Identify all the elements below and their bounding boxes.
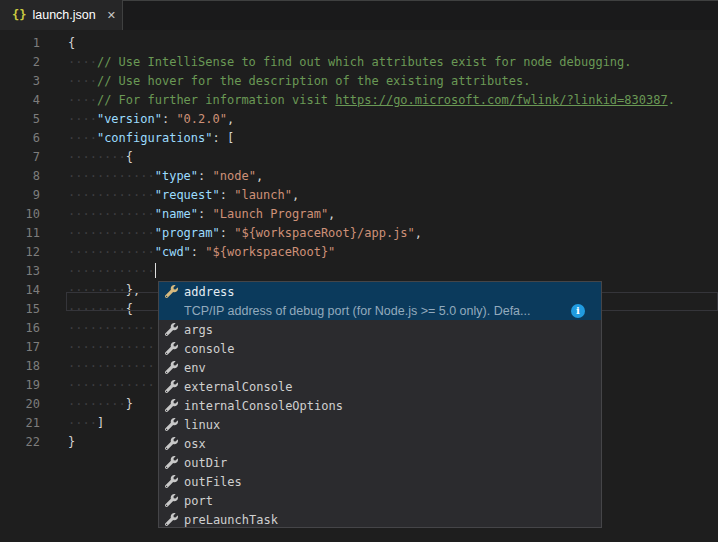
code-line[interactable]: 11············"program": "${workspaceRoo…	[0, 224, 718, 243]
suggest-list: addressTCP/IP address of debug port (for…	[159, 282, 601, 528]
code-line-content[interactable]: ············"request": "launch",	[40, 186, 718, 205]
code-line-content[interactable]: ············"program": "${workspaceRoot}…	[40, 224, 718, 243]
code-token: :	[162, 112, 176, 126]
suggest-row-externalConsole[interactable]: externalConsole	[159, 377, 601, 396]
suggest-row-args[interactable]: args	[159, 320, 601, 339]
line-number[interactable]: 20	[0, 395, 40, 414]
suggest-row-preLaunchTask[interactable]: preLaunchTask	[159, 510, 601, 528]
code-line[interactable]: 5····"version": "0.2.0",	[0, 110, 718, 129]
code-token: ············	[68, 169, 155, 183]
suggest-row-outFiles[interactable]: outFiles	[159, 472, 601, 491]
tab-title: launch.json	[32, 8, 95, 22]
code-line[interactable]: 6····"configurations": [	[0, 129, 718, 148]
code-line-content[interactable]: ····// Use hover for the description of …	[40, 72, 718, 91]
code-line[interactable]: 1{	[0, 34, 718, 53]
line-number[interactable]: 13	[0, 262, 40, 281]
suggest-row-internalConsoleOptions[interactable]: internalConsoleOptions	[159, 396, 601, 415]
line-number[interactable]: 6	[0, 129, 40, 148]
line-number[interactable]: 12	[0, 243, 40, 262]
code-line-content[interactable]: ············"type": "node",	[40, 167, 718, 186]
tab-launch-json[interactable]: {} launch.json ✕	[0, 0, 122, 30]
code-line[interactable]: 13············	[0, 262, 718, 281]
property-wrench-icon	[163, 398, 179, 414]
line-number[interactable]: 11	[0, 224, 40, 243]
line-number[interactable]: 17	[0, 338, 40, 357]
property-wrench-icon	[165, 418, 178, 431]
info-icon[interactable]: i	[571, 304, 585, 318]
code-token: ········	[68, 302, 126, 316]
code-line[interactable]: 9············"request": "launch",	[0, 186, 718, 205]
suggest-row-console[interactable]: console	[159, 339, 601, 358]
line-number[interactable]: 3	[0, 72, 40, 91]
line-number[interactable]: 21	[0, 414, 40, 433]
line-number[interactable]: 8	[0, 167, 40, 186]
code-token: "node"	[213, 169, 256, 183]
hyperlink[interactable]: https://go.microsoft.com/fwlink/?linkid=…	[335, 93, 667, 107]
code-line-content[interactable]: ····"version": "0.2.0",	[40, 110, 718, 129]
code-line[interactable]: 3····// Use hover for the description of…	[0, 72, 718, 91]
suggest-row-address[interactable]: address	[159, 282, 601, 301]
code-token: ········	[68, 397, 126, 411]
code-line-content[interactable]: ········{	[40, 148, 718, 167]
code-token: :	[191, 245, 205, 259]
code-token: :	[220, 226, 234, 240]
code-token: "version"	[97, 112, 162, 126]
property-wrench-icon	[165, 456, 178, 469]
property-wrench-icon	[165, 323, 178, 336]
code-line-content[interactable]: ············"cwd": "${workspaceRoot}"	[40, 243, 718, 262]
line-number[interactable]: 22	[0, 433, 40, 452]
json-braces-icon: {}	[12, 8, 26, 22]
line-number[interactable]: 7	[0, 148, 40, 167]
suggest-item: internalConsoleOptions	[159, 396, 601, 415]
line-number[interactable]: 15	[0, 300, 40, 319]
suggest-item: externalConsole	[159, 377, 601, 396]
code-line-content[interactable]: ····// Use IntelliSense to find out whic…	[40, 53, 718, 72]
line-number[interactable]: 5	[0, 110, 40, 129]
code-token: {	[126, 302, 133, 316]
code-line[interactable]: 8············"type": "node",	[0, 167, 718, 186]
line-number[interactable]: 10	[0, 205, 40, 224]
code-line[interactable]: 12············"cwd": "${workspaceRoot}"	[0, 243, 718, 262]
close-icon[interactable]: ✕	[105, 8, 118, 23]
suggest-row-port[interactable]: port	[159, 491, 601, 510]
suggest-item: osx	[159, 434, 601, 453]
code-token: ····	[68, 55, 97, 69]
line-number[interactable]: 1	[0, 34, 40, 53]
code-token: }	[126, 397, 133, 411]
line-number[interactable]: 19	[0, 376, 40, 395]
suggest-label: outFiles	[184, 475, 242, 489]
suggest-row-osx[interactable]: osx	[159, 434, 601, 453]
suggest-row-env[interactable]: env	[159, 358, 601, 377]
code-line[interactable]: 10············"name": "Launch Program",	[0, 205, 718, 224]
code-token: // For further information visit	[97, 93, 335, 107]
line-number[interactable]: 18	[0, 357, 40, 376]
empty-tab-strip	[122, 0, 718, 30]
line-number[interactable]: 16	[0, 319, 40, 338]
suggest-row-outDir[interactable]: outDir	[159, 453, 601, 472]
suggest-description: TCP/IP address of debug port (for Node.j…	[184, 304, 530, 318]
property-wrench-icon	[163, 360, 179, 376]
property-wrench-icon	[163, 474, 179, 490]
code-line-content[interactable]: ············"name": "Launch Program",	[40, 205, 718, 224]
property-wrench-icon	[165, 513, 178, 526]
property-wrench-icon	[163, 436, 179, 452]
line-number[interactable]: 4	[0, 91, 40, 110]
code-line-content[interactable]: {	[40, 34, 718, 53]
line-number[interactable]: 9	[0, 186, 40, 205]
line-number[interactable]: 2	[0, 53, 40, 72]
code-token: ············	[68, 188, 155, 202]
code-token: "name"	[155, 207, 198, 221]
code-line[interactable]: 4····// For further information visit ht…	[0, 91, 718, 110]
code-token: // Use hover for the description of the …	[97, 74, 530, 88]
line-number[interactable]: 14	[0, 281, 40, 300]
code-line[interactable]: 7········{	[0, 148, 718, 167]
code-line-content[interactable]: ····"configurations": [	[40, 129, 718, 148]
suggest-label: env	[184, 361, 206, 375]
property-wrench-icon	[165, 437, 178, 450]
code-line-content[interactable]: ············	[40, 262, 718, 281]
suggest-row-linux[interactable]: linux	[159, 415, 601, 434]
code-line[interactable]: 2····// Use IntelliSense to find out whi…	[0, 53, 718, 72]
code-line-content[interactable]: ····// For further information visit htt…	[40, 91, 718, 110]
code-token: ····	[68, 131, 97, 145]
code-token: ····	[68, 416, 97, 430]
